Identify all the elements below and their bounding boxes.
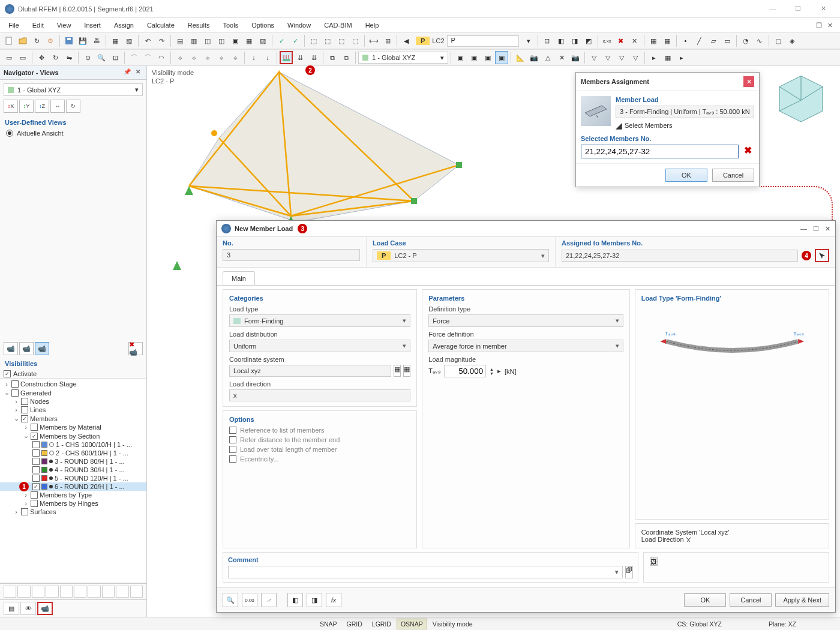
span-e-icon[interactable]: ⟐	[229, 51, 242, 64]
load-dist-dropdown[interactable]: Uniform▾	[229, 340, 410, 352]
misc-b-icon[interactable]: ⧉	[340, 51, 353, 64]
bt2[interactable]	[17, 586, 30, 598]
line-icon[interactable]: ╱	[693, 34, 706, 47]
misc-4-icon[interactable]: ◩	[582, 34, 595, 47]
filter3-icon[interactable]: ▽	[615, 51, 628, 64]
maximize-button[interactable]: ☐	[786, 1, 810, 17]
filter4-icon[interactable]: ▽	[629, 51, 642, 64]
cross-icon[interactable]: ✕	[628, 34, 641, 47]
spin-down[interactable]: ▼	[490, 371, 494, 376]
cs-btn-2[interactable]: ▦	[403, 365, 410, 377]
status-lgrid[interactable]: LGRID	[368, 619, 395, 629]
misc-3-icon[interactable]: ◨	[568, 34, 581, 47]
view1-icon[interactable]: ⬚	[307, 34, 320, 47]
assigned-field[interactable]: 21,22,24,25,27-32	[562, 250, 798, 262]
filter1-icon[interactable]: ▽	[587, 51, 601, 64]
status-grid[interactable]: GRID	[343, 619, 367, 629]
tbl1-icon[interactable]: ▦	[647, 34, 660, 47]
dlg-tool2-icon[interactable]: ◨	[307, 593, 322, 607]
bt3[interactable]	[32, 586, 44, 598]
loadcase-selector[interactable]: P LC2 P	[416, 35, 519, 47]
arc-icon[interactable]: ◔	[739, 34, 752, 47]
vis-btn-x[interactable]: ✖📹	[128, 342, 143, 355]
end2-icon[interactable]: ▦	[661, 51, 674, 64]
activate-checkbox[interactable]: Activate	[0, 370, 146, 378]
misc-1-icon[interactable]: ⊡	[541, 34, 554, 47]
end1-icon[interactable]: ▸	[647, 51, 661, 64]
menu-window[interactable]: Window	[281, 20, 317, 31]
section-5[interactable]: 5 - ROUND 120/H | 1 - ...	[0, 474, 146, 482]
surf-icon[interactable]: ▱	[707, 34, 720, 47]
bt7[interactable]	[88, 586, 100, 598]
dlg-apply-button[interactable]: Apply & Next	[775, 593, 829, 607]
curve1-icon[interactable]: ⌒	[127, 51, 140, 64]
tool-b-icon[interactable]: ▧	[122, 34, 136, 47]
load-b-icon[interactable]: ↓	[261, 51, 274, 64]
end3-icon[interactable]: ▸	[675, 51, 688, 64]
xx-icon[interactable]: x.xx	[601, 34, 614, 47]
new-icon[interactable]	[2, 34, 16, 47]
curve2-icon[interactable]: ⌒	[141, 51, 154, 64]
sel-icon[interactable]: ▭	[2, 51, 16, 64]
status-snap[interactable]: SNAP	[316, 619, 341, 629]
mag-more-icon[interactable]: ▸	[497, 367, 501, 375]
nav-cube[interactable]	[774, 73, 828, 127]
def-type-dropdown[interactable]: Force▾	[428, 314, 623, 327]
lc-full[interactable]: P	[447, 35, 519, 47]
filter2-icon[interactable]: ▽	[601, 51, 614, 64]
misc-2-icon[interactable]: ◧	[554, 34, 568, 47]
print-icon[interactable]: 🖶	[90, 34, 103, 47]
menu-tools[interactable]: Tools	[217, 20, 244, 31]
lc-dropdown[interactable]: P LC2 - P ▾	[373, 249, 549, 262]
vol-icon[interactable]: ▭	[721, 34, 734, 47]
bt4[interactable]	[46, 586, 58, 598]
redo-icon[interactable]: ↷	[155, 34, 168, 47]
rot-icon[interactable]: ↻	[49, 51, 62, 64]
undo-icon[interactable]: ↶	[141, 34, 154, 47]
dlg-member-icon[interactable]: ⟋	[261, 593, 277, 607]
bt1[interactable]	[4, 586, 16, 598]
cut-icon[interactable]: △	[541, 51, 554, 64]
box-icon[interactable]: ▢	[772, 34, 785, 47]
dlg-min-icon[interactable]: —	[800, 225, 807, 233]
section-2[interactable]: 2 - CHS 600/10/H | 1 - ...	[0, 449, 146, 457]
section-4[interactable]: 4 - ROUND 30/H | 1 - ...	[0, 466, 146, 474]
view-aktuelle[interactable]: Aktuelle Ansicht	[0, 128, 146, 138]
view4-icon[interactable]: ⬚	[349, 34, 362, 47]
layout-e-icon[interactable]: ▨	[256, 34, 269, 47]
node-icon[interactable]: •	[679, 34, 692, 47]
zoomall-icon[interactable]: ⊡	[109, 51, 122, 64]
curve3-icon[interactable]: ◠	[155, 51, 168, 64]
sel2-icon[interactable]: ▭	[16, 51, 29, 64]
check-a-icon[interactable]: ✓	[275, 34, 288, 47]
tgt-icon[interactable]: ⊙	[81, 51, 94, 64]
span-b-icon[interactable]: ⟐	[187, 51, 200, 64]
dlg-ok-button[interactable]: OK	[684, 593, 726, 607]
nav-view-dropdown[interactable]: 1 - Global XYZ ▾	[4, 83, 143, 96]
comment-btn[interactable]: 🗐	[625, 566, 633, 578]
cam-icon[interactable]: 📷	[527, 51, 541, 64]
mode-views[interactable]: 📹	[37, 602, 53, 615]
zoom-icon[interactable]: 🔍	[95, 51, 108, 64]
status-vismode[interactable]: Visibility mode	[428, 619, 477, 629]
cs-dropdown[interactable]: Local xyz	[229, 365, 391, 377]
dlg-units-icon[interactable]: 0.00	[242, 593, 257, 607]
span-a-icon[interactable]: ⟐	[173, 51, 187, 64]
menu-help[interactable]: Help	[359, 20, 385, 31]
coord-sys-dropdown[interactable]: 1 - Global XYZ ▾	[358, 52, 448, 64]
mirror-icon[interactable]: ⇋	[62, 51, 76, 64]
vis-btn-1[interactable]: 📹	[4, 342, 18, 355]
dir-dropdown[interactable]: x	[229, 389, 410, 401]
span-d-icon[interactable]: ⟐	[215, 51, 228, 64]
mdi-restore-icon[interactable]: ❐	[815, 21, 823, 29]
section-3[interactable]: 3 - ROUND 80/H | 1 - ...	[0, 457, 146, 466]
vp4-icon[interactable]: ▣	[495, 51, 508, 64]
vp1-icon[interactable]: ▣	[454, 51, 467, 64]
layout-d-icon[interactable]: ▦	[242, 34, 256, 47]
meas-icon[interactable]: 📐	[514, 51, 527, 64]
table2-icon[interactable]: ▥	[187, 34, 200, 47]
axis-y-button[interactable]: ↕Y	[19, 100, 34, 113]
cs-btn-1[interactable]: ▦	[394, 365, 401, 377]
bt10[interactable]	[130, 586, 143, 598]
vis-btn-2[interactable]: 📹	[19, 342, 34, 355]
